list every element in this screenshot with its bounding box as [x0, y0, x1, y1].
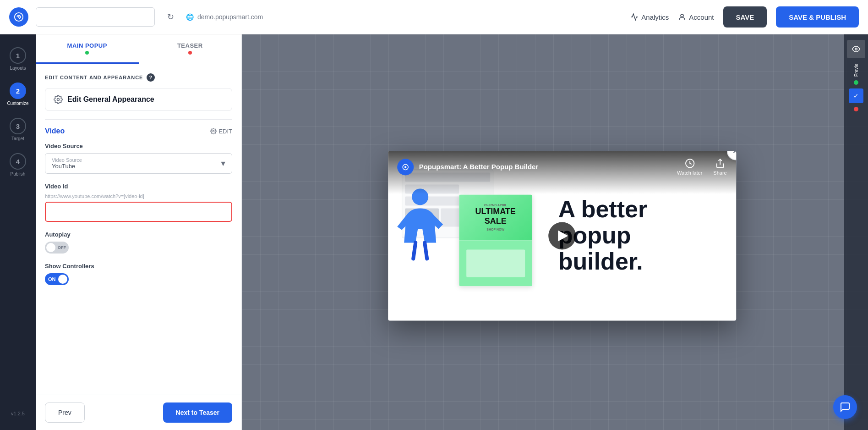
clock-icon [685, 158, 695, 168]
select-inner-value: YouTube [52, 163, 82, 170]
autoplay-toggle[interactable]: OFF [45, 242, 69, 254]
eye-icon [852, 45, 860, 53]
step-sidebar: 1 Layouts 2 Customize 3 Target 4 Publish… [0, 34, 36, 430]
settings-panel: MAIN POPUP TEASER EDIT CONTENT AND APPEA… [36, 34, 242, 430]
video-source-select[interactable]: Video Source YouTube ▼ [45, 153, 232, 174]
popup-title: Popupsmart: A Better Popup Builder [419, 163, 539, 171]
preview-dot-red [854, 107, 858, 111]
help-icon[interactable]: ? [147, 73, 155, 82]
sale-card-header: 20-22ND APRIL ULTIMATE SALE SHOP NOW [459, 194, 532, 240]
url-bar: 🌐 demo.popupsmart.com [186, 13, 263, 21]
preview-dot-green [854, 80, 858, 85]
video-source-field-label: Video Source [45, 143, 232, 149]
step-1-label: Layouts [10, 66, 26, 71]
chat-button[interactable] [833, 395, 857, 419]
popup-heading-line2: popup builder. [558, 222, 722, 275]
svg-point-12 [855, 48, 857, 50]
version-label: v1.2.5 [11, 411, 25, 421]
popup-header: Popupsmart: A Better Popup Builder Watch… [388, 151, 736, 194]
next-to-teaser-button[interactable]: Next to Teaser [163, 402, 232, 423]
play-triangle-icon [558, 230, 568, 241]
save-publish-button[interactable]: SAVE & PUBLISH [776, 6, 859, 28]
select-inner-label: Video Source [52, 157, 82, 163]
url-text: demo.popupsmart.com [197, 13, 263, 21]
video-source-select-wrapper: Video Source YouTube ▼ [45, 153, 232, 174]
edit-appearance-button[interactable]: Edit General Appearance [45, 88, 232, 111]
svg-line-10 [413, 243, 415, 259]
refresh-icon[interactable]: ↻ [162, 9, 179, 25]
popup-logo [397, 159, 414, 175]
svg-point-1 [18, 16, 20, 18]
svg-point-3 [57, 99, 60, 101]
edit-appearance-label: Edit General Appearance [67, 95, 154, 104]
show-controllers-toggle[interactable]: ON [45, 273, 69, 285]
topbar: video popup ↻ 🌐 demo.popupsmart.com Anal… [0, 0, 868, 34]
panel-footer: Prev Next to Teaser [36, 395, 241, 430]
step-3-label: Target [11, 136, 24, 141]
step-3-circle: 3 [10, 118, 26, 134]
account-nav[interactable]: Account [678, 13, 714, 21]
step-1-circle: 1 [10, 47, 26, 64]
step-4-label: Publish [11, 171, 26, 176]
popup-name-input[interactable]: video popup [36, 7, 155, 27]
globe-icon: 🌐 [186, 13, 194, 21]
settings-icon [54, 95, 63, 104]
share-action[interactable]: Share [713, 158, 726, 176]
canvas-area: ✕ Popupsmart: A Better Popup Builder Wat… [242, 34, 868, 430]
main-layout: 1 Layouts 2 Customize 3 Target 4 Publish… [0, 34, 868, 430]
chat-icon [840, 402, 851, 413]
autoplay-field-label: Autoplay [45, 231, 232, 238]
popup-preview: ✕ Popupsmart: A Better Popup Builder Wat… [388, 151, 736, 320]
video-id-hint: https://www.youtube.com/watch?v=[video-i… [45, 193, 232, 199]
svg-point-4 [213, 130, 215, 132]
tab-main-popup[interactable]: MAIN POPUP [36, 34, 139, 64]
share-icon [715, 158, 725, 168]
panel-tabs: MAIN POPUP TEASER [36, 34, 241, 64]
watch-later-action[interactable]: Watch later [677, 158, 702, 176]
divider [45, 119, 232, 120]
step-2-customize[interactable]: 2 Customize [6, 79, 30, 110]
select-arrow-icon: ▼ [219, 160, 227, 168]
popup-heading-line1: A better [558, 196, 722, 222]
teaser-tab-dot [188, 51, 192, 55]
settings-small-icon [210, 128, 217, 134]
edit-video-link[interactable]: EDIT [210, 128, 232, 135]
tab-teaser[interactable]: TEASER [139, 34, 242, 64]
svg-point-6 [404, 166, 406, 168]
step-4-publish[interactable]: 4 Publish [6, 149, 30, 180]
main-tab-dot [85, 51, 89, 55]
svg-line-11 [425, 243, 427, 259]
analytics-label: Analytics [641, 13, 669, 21]
step-2-circle: 2 [10, 83, 26, 99]
step-3-target[interactable]: 3 Target [6, 114, 30, 145]
app-logo [9, 7, 28, 27]
section-label: EDIT CONTENT AND APPEARANCE ? [45, 73, 232, 82]
prev-button[interactable]: Prev [45, 402, 85, 423]
autoplay-toggle-row: OFF [45, 242, 232, 254]
person-illustration [393, 187, 448, 261]
preview-eye-button[interactable] [847, 40, 865, 58]
analytics-nav[interactable]: Analytics [630, 13, 669, 21]
show-controllers-field-label: Show Controllers [45, 263, 232, 270]
account-label: Account [689, 13, 714, 21]
save-button[interactable]: SAVE [723, 6, 767, 28]
sale-card: 20-22ND APRIL ULTIMATE SALE SHOP NOW [459, 194, 532, 286]
step-4-circle: 4 [10, 153, 26, 170]
popup-image-area: Popupsmart: A Better Popup Builder Watch… [388, 151, 736, 320]
video-id-input[interactable]: Wt8qyQdo2kQ [45, 202, 232, 222]
right-preview-panel: Previe ✓ [844, 34, 868, 430]
preview-label: Previe [854, 64, 859, 77]
play-button[interactable] [548, 222, 576, 249]
video-id-field-label: Video Id [45, 183, 232, 190]
topbar-right: Analytics Account SAVE SAVE & PUBLISH [630, 6, 859, 28]
popup-actions: Watch later Share [677, 158, 727, 176]
popup-logo-icon [401, 163, 409, 171]
step-1-layouts[interactable]: 1 Layouts [6, 44, 30, 74]
video-section-title: Video [45, 127, 65, 135]
edit-link-label: EDIT [218, 128, 232, 135]
svg-point-2 [681, 14, 683, 17]
show-controllers-toggle-row: ON [45, 273, 232, 285]
preview-check-button[interactable]: ✓ [849, 88, 863, 103]
step-2-label: Customize [7, 101, 28, 106]
panel-body: EDIT CONTENT AND APPEARANCE ? Edit Gener… [36, 64, 241, 395]
